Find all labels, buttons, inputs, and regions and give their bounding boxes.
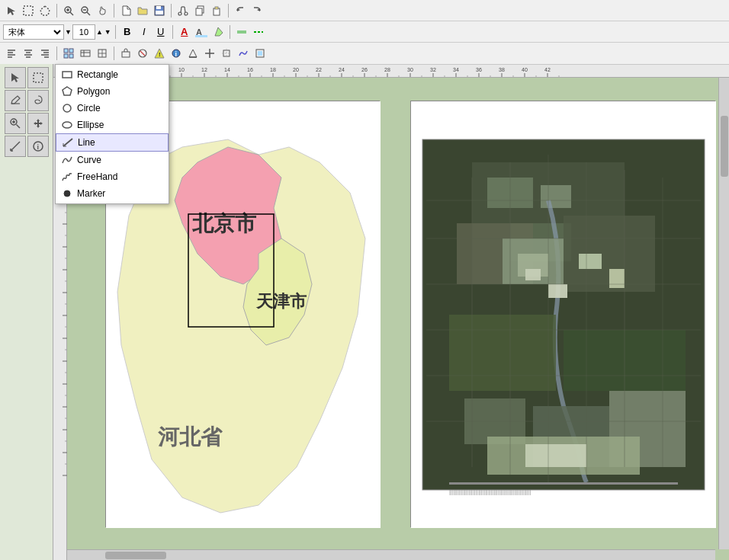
misc-btn10[interactable]	[218, 45, 235, 62]
menu-item-rectangle[interactable]: Rectangle	[56, 66, 169, 83]
menu-item-rectangle-label: Rectangle	[77, 69, 118, 80]
zoom-in-btn[interactable]	[60, 2, 77, 19]
sidebar-btn-pan[interactable]	[27, 113, 49, 134]
sidebar-row2	[5, 90, 49, 111]
sidebar-btn-edit[interactable]	[5, 90, 26, 111]
polygon-icon	[62, 86, 72, 97]
font-size-input[interactable]	[72, 24, 95, 40]
cut-btn[interactable]	[175, 2, 191, 19]
align-center-btn[interactable]	[20, 45, 37, 62]
scrollbar-h-thumb[interactable]	[105, 552, 166, 559]
sidebar-btn-arrow[interactable]	[5, 67, 26, 88]
svg-text:!: !	[159, 51, 161, 58]
underline-btn[interactable]: U	[153, 24, 169, 40]
svg-text:30: 30	[407, 67, 413, 72]
sidebar-row3	[5, 113, 49, 134]
menu-item-freehand[interactable]: FreeHand	[56, 168, 169, 185]
misc-btn1[interactable]	[60, 45, 77, 62]
sidebar-btn-info[interactable]: i	[27, 136, 49, 157]
menu-item-line[interactable]: Line	[56, 133, 169, 152]
separator3	[171, 4, 172, 18]
new-doc-btn[interactable]	[117, 2, 134, 19]
curve-icon	[62, 155, 72, 165]
align-left-btn[interactable]	[3, 45, 20, 62]
bold-btn[interactable]: B	[119, 24, 136, 40]
sidebar-btn-lasso[interactable]	[27, 90, 49, 111]
line-icon	[63, 137, 73, 148]
polygon-select-btn[interactable]	[37, 2, 53, 19]
marker-icon	[62, 188, 72, 199]
svg-line-4	[70, 12, 73, 15]
separator6	[172, 25, 173, 39]
marker-line-btn[interactable]	[233, 24, 250, 40]
font-size-down-btn[interactable]: ▼	[104, 28, 112, 36]
italic-btn[interactable]: I	[136, 24, 153, 40]
scrollbar-v-thumb[interactable]	[721, 116, 728, 177]
svg-rect-40	[64, 49, 68, 53]
sidebar-btn-zoom[interactable]	[5, 113, 26, 134]
svg-marker-70	[34, 119, 43, 128]
misc-btn11[interactable]	[235, 45, 252, 62]
misc-btn9[interactable]	[201, 45, 218, 62]
svg-rect-12	[156, 11, 163, 14]
svg-rect-202	[579, 254, 602, 269]
svg-text:天津市: 天津市	[255, 292, 307, 311]
menu-item-curve[interactable]: Curve	[56, 152, 169, 168]
svg-text:28: 28	[384, 67, 390, 72]
svg-rect-26	[237, 30, 246, 34]
paste-btn[interactable]	[208, 2, 225, 19]
misc-btn2[interactable]	[77, 45, 94, 62]
menu-item-marker[interactable]: Marker	[56, 185, 169, 202]
svg-rect-195	[449, 315, 556, 391]
svg-rect-21	[215, 7, 218, 9]
svg-rect-218	[449, 482, 678, 485]
svg-line-15	[181, 7, 181, 13]
menu-item-line-label: Line	[78, 137, 95, 148]
misc-btn4[interactable]	[117, 45, 134, 62]
svg-line-16	[185, 7, 185, 13]
misc-btn3[interactable]	[94, 45, 111, 62]
menu-item-circle[interactable]: Circle	[56, 100, 169, 117]
hand-tool-btn[interactable]	[94, 2, 111, 19]
font-color-btn[interactable]: A	[176, 24, 193, 40]
font-size-up-btn[interactable]: ▲	[95, 28, 104, 36]
menu-item-ellipse[interactable]: Ellipse	[56, 117, 169, 133]
svg-text:20: 20	[293, 67, 299, 72]
sidebar-row1	[5, 67, 49, 88]
svg-line-8	[87, 12, 90, 15]
font-family-select[interactable]: 宋体	[3, 24, 64, 40]
highlight-btn[interactable]: A	[193, 24, 210, 40]
misc-btn6[interactable]: !	[151, 45, 168, 62]
svg-rect-11	[156, 6, 161, 9]
copy-btn[interactable]	[191, 2, 208, 19]
redo-btn[interactable]	[249, 2, 265, 19]
misc-btn7[interactable]: i	[168, 45, 185, 62]
misc-btn8[interactable]	[185, 45, 201, 62]
align-right-btn[interactable]	[37, 45, 53, 62]
arrow-tool-btn[interactable]	[3, 2, 20, 19]
font-size-arrow-btn[interactable]: ▼	[64, 28, 72, 36]
misc-btn5[interactable]	[134, 45, 151, 62]
undo-btn[interactable]	[232, 2, 249, 19]
scrollbar-horizontal[interactable]	[67, 549, 715, 560]
scrollbar-vertical[interactable]	[718, 78, 729, 549]
svg-text:22: 22	[316, 67, 322, 72]
open-btn[interactable]	[134, 2, 151, 19]
svg-text:16: 16	[247, 67, 253, 72]
svg-text:40: 40	[522, 67, 528, 72]
dashed-line-btn[interactable]	[250, 24, 267, 40]
highlight2-btn[interactable]	[210, 24, 226, 40]
select-box-btn[interactable]	[20, 2, 37, 19]
sidebar-row4: i	[5, 136, 49, 157]
misc-btn12[interactable]	[252, 45, 268, 62]
rect-icon	[62, 69, 72, 80]
menu-item-polygon[interactable]: Polygon	[56, 83, 169, 100]
svg-text:河北省: 河北省	[158, 425, 223, 449]
zoom-out-btn[interactable]	[77, 2, 94, 19]
sidebar-btn-select[interactable]	[27, 67, 49, 88]
sidebar-btn-measure[interactable]	[5, 136, 26, 157]
svg-rect-44	[81, 50, 90, 56]
left-sidebar: i	[0, 64, 53, 560]
svg-text:38: 38	[499, 67, 505, 72]
save-btn[interactable]	[151, 2, 168, 19]
